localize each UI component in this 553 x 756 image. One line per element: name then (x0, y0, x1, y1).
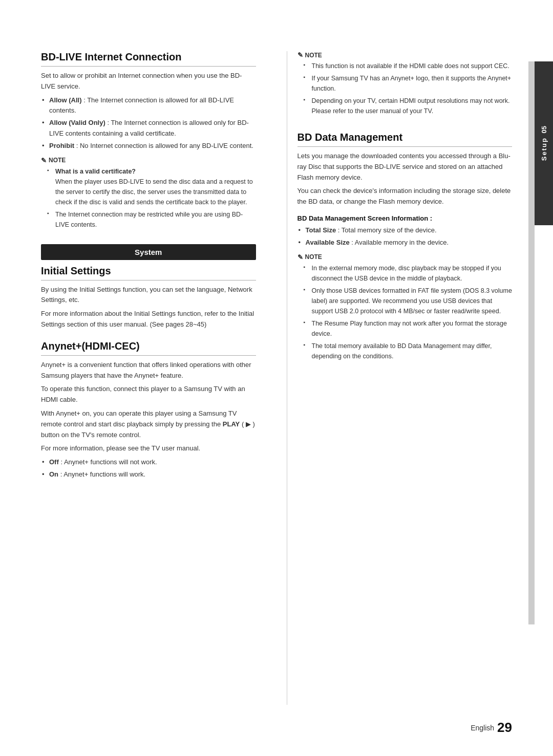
bd-data-note-item3: The Resume Play function may not work af… (303, 318, 513, 339)
bullet-available-size: Available Size : Available memory in the… (297, 237, 513, 248)
page-number: 29 (497, 720, 512, 736)
right-column: ✎ NOTE This function is not available if… (287, 51, 513, 705)
hdmi-note-item3: Depending on your TV, certain HDMI outpu… (303, 96, 513, 116)
hdmi-note-icon: ✎ (297, 51, 303, 59)
anynet-para4: For more information, please see the TV … (41, 443, 256, 454)
bd-data-para2: You can check the device's information i… (297, 186, 513, 207)
bd-live-title: BD-LIVE Internet Connection (41, 51, 256, 67)
bd-live-note: ✎ NOTE What is a valid certificate? When… (41, 157, 256, 230)
note-icon: ✎ (41, 157, 47, 164)
anynet-para2: To operate this function, connect this p… (41, 384, 256, 405)
page-footer-inner: English 29 (471, 720, 512, 736)
bullet-prohibit: Prohibit : No Internet connection is all… (41, 141, 256, 152)
initial-settings-title: Initial Settings (41, 265, 256, 280)
anynet-title: Anynet+(HDMI-CEC) (41, 340, 256, 356)
page-language: English (471, 724, 494, 732)
bd-data-note-item1: In the external memory mode, disc playba… (303, 263, 513, 284)
page-footer: English 29 (471, 720, 512, 736)
bullet-on: On : Anynet+ functions will work. (41, 469, 256, 480)
bd-live-note-header: ✎ NOTE (41, 157, 256, 164)
bd-live-section: BD-LIVE Internet Connection Set to allow… (41, 51, 256, 230)
bd-data-note: ✎ NOTE In the external memory mode, disc… (297, 253, 513, 361)
note-item-restricted: The Internet connection may be restricte… (46, 209, 256, 230)
bullet-total-size: Total Size : Total memory size of the de… (297, 225, 513, 236)
anynet-bullets: Off : Anynet+ functions will not work. O… (41, 457, 256, 480)
anynet-para3: With Anynet+ on, you can operate this pl… (41, 408, 256, 440)
initial-settings-para1: By using the Initial Settings function, … (41, 285, 256, 306)
hdmi-note-label: NOTE (305, 52, 322, 59)
hdmi-note-block: ✎ NOTE This function is not available if… (297, 51, 513, 116)
main-content: BD-LIVE Internet Connection Set to allow… (0, 31, 553, 725)
bullet-allow-all: Allow (All) : The Internet connection is… (41, 95, 256, 117)
bullet-allow-valid: Allow (Valid Only) : The Internet connec… (41, 118, 256, 139)
bd-live-intro: Set to allow or prohibit an Internet con… (41, 71, 256, 92)
bd-data-para1: Lets you manage the downloaded contents … (297, 151, 513, 183)
bullet-off: Off : Anynet+ functions will not work. (41, 457, 256, 468)
note-item-certificate: What is a valid certificate? When the pl… (46, 166, 256, 207)
side-tab-number: 05 (540, 126, 548, 133)
bd-data-screen-bullets: Total Size : Total memory size of the de… (297, 225, 513, 248)
bd-data-screen-title: BD Data Management Screen Information : (297, 214, 513, 222)
bd-data-note-item2: Only those USB devices formatted in FAT … (303, 286, 513, 316)
side-tab-label: Setup (540, 137, 548, 161)
bd-data-note-list: In the external memory mode, disc playba… (303, 263, 513, 361)
bd-data-section: BD Data Management Lets you manage the d… (297, 132, 513, 361)
side-accent-bar (528, 61, 535, 624)
anynet-para1: Anynet+ is a convenient function that of… (41, 360, 256, 381)
left-column: BD-LIVE Internet Connection Set to allow… (41, 51, 266, 705)
initial-settings-section: Initial Settings By using the Initial Se… (41, 265, 256, 330)
hdmi-note-list: This function is not available if the HD… (303, 61, 513, 116)
bd-live-bullets: Allow (All) : The Internet connection is… (41, 95, 256, 152)
bd-data-note-header: ✎ NOTE (297, 253, 513, 261)
anynet-section: Anynet+(HDMI-CEC) Anynet+ is a convenien… (41, 340, 256, 480)
page-container: 05 Setup BD-LIVE Internet Connection Set… (0, 0, 553, 756)
initial-settings-para2: For more information about the Initial S… (41, 309, 256, 330)
bd-data-note-icon: ✎ (297, 253, 303, 261)
bd-data-note-label: NOTE (305, 253, 322, 261)
bd-data-screen-info: BD Data Management Screen Information : … (297, 214, 513, 248)
bd-live-note-label: NOTE (49, 157, 66, 164)
bd-live-note-list: What is a valid certificate? When the pl… (46, 166, 256, 230)
side-tab: 05 Setup (535, 61, 553, 225)
hdmi-note-header: ✎ NOTE (297, 51, 513, 59)
bd-data-title: BD Data Management (297, 132, 513, 147)
hdmi-note-item2: If your Samsung TV has an Anynet+ logo, … (303, 73, 513, 94)
system-banner: System (41, 244, 256, 260)
bd-data-note-item4: The total memory available to BD Data Ma… (303, 341, 513, 361)
hdmi-note-item1: This function is not available if the HD… (303, 61, 513, 71)
